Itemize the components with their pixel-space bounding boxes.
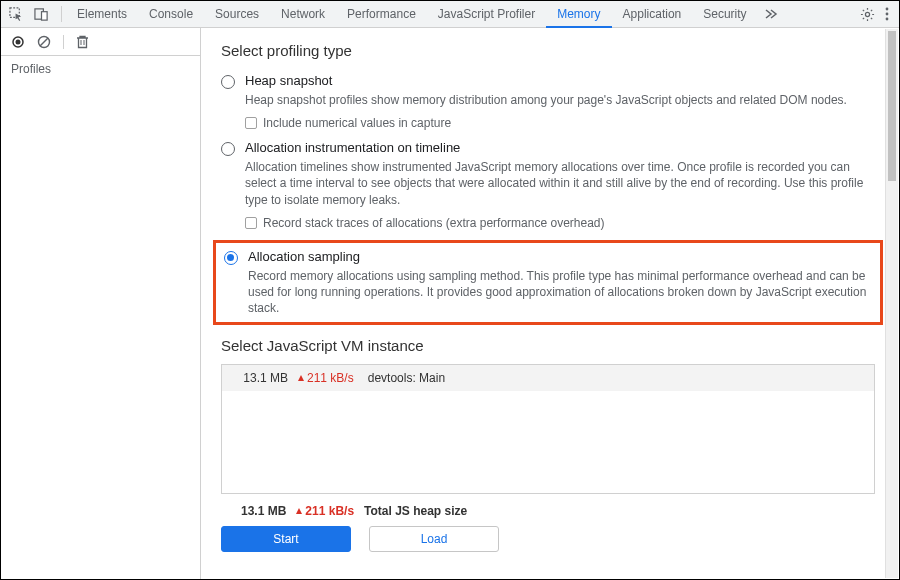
arrow-up-icon xyxy=(296,508,302,514)
profiling-type-title: Select profiling type xyxy=(221,42,875,59)
vm-instance-title: Select JavaScript VM instance xyxy=(221,337,875,354)
tab-memory[interactable]: Memory xyxy=(546,1,611,28)
tab-security[interactable]: Security xyxy=(692,1,757,28)
more-tabs-icon[interactable] xyxy=(758,8,784,20)
option-title: Allocation sampling xyxy=(248,249,872,264)
option-title: Allocation instrumentation on timeline xyxy=(245,140,875,155)
radio-allocation-timeline[interactable] xyxy=(221,142,235,156)
option-allocation-sampling[interactable]: Allocation sampling Record memory alloca… xyxy=(224,249,872,317)
vm-name: devtools: Main xyxy=(368,371,445,385)
arrow-up-icon xyxy=(298,375,304,381)
svg-point-5 xyxy=(886,13,889,16)
start-button[interactable]: Start xyxy=(221,526,351,552)
scrollbar-thumb[interactable] xyxy=(888,31,896,181)
radio-allocation-sampling[interactable] xyxy=(224,251,238,265)
divider xyxy=(61,6,62,22)
option-description: Heap snapshot profiles show memory distr… xyxy=(245,92,875,108)
tab-elements[interactable]: Elements xyxy=(66,1,138,28)
trash-icon[interactable] xyxy=(76,35,89,49)
svg-point-4 xyxy=(886,8,889,11)
svg-line-10 xyxy=(40,38,48,46)
divider xyxy=(63,35,64,49)
total-heap-label: Total JS heap size xyxy=(364,504,467,518)
svg-point-3 xyxy=(865,12,869,16)
scrollbar[interactable] xyxy=(885,29,898,578)
devtools-tab-bar: Elements Console Sources Network Perform… xyxy=(1,1,899,28)
sidebar-section-profiles[interactable]: Profiles xyxy=(1,56,200,82)
option-heap-snapshot[interactable]: Heap snapshot Heap snapshot profiles sho… xyxy=(221,69,875,136)
record-icon[interactable] xyxy=(11,35,25,49)
vm-instance-list: 13.1 MB 211 kB/s devtools: Main xyxy=(221,364,875,494)
clear-icon[interactable] xyxy=(37,35,51,49)
checkbox-label: Record stack traces of allocations (extr… xyxy=(263,216,605,230)
gear-icon[interactable] xyxy=(860,7,875,22)
tab-sources[interactable]: Sources xyxy=(204,1,270,28)
radio-heap-snapshot[interactable] xyxy=(221,75,235,89)
kebab-menu-icon[interactable] xyxy=(885,7,889,21)
svg-rect-2 xyxy=(42,11,48,19)
profiles-sidebar: Profiles xyxy=(1,28,201,579)
tab-application[interactable]: Application xyxy=(612,1,693,28)
vm-instance-row[interactable]: 13.1 MB 211 kB/s devtools: Main xyxy=(222,365,874,391)
option-description: Record memory allocations using sampling… xyxy=(248,268,872,317)
vm-size: 13.1 MB xyxy=(232,371,288,385)
option-title: Heap snapshot xyxy=(245,73,875,88)
tab-performance[interactable]: Performance xyxy=(336,1,427,28)
option-description: Allocation timelines show instrumented J… xyxy=(245,159,875,208)
svg-point-6 xyxy=(886,18,889,21)
device-toolbar-icon[interactable] xyxy=(34,7,49,22)
tab-network[interactable]: Network xyxy=(270,1,336,28)
total-size: 13.1 MB xyxy=(241,504,286,518)
checkbox-include-numerical[interactable] xyxy=(245,117,257,129)
checkbox-record-stack-traces[interactable] xyxy=(245,217,257,229)
total-heap-stats: 13.1 MB 211 kB/s Total JS heap size xyxy=(221,494,875,526)
memory-panel-main: Select profiling type Heap snapshot Heap… xyxy=(201,28,899,579)
total-rate: 211 kB/s xyxy=(296,504,354,518)
option-allocation-timeline[interactable]: Allocation instrumentation on timeline A… xyxy=(221,136,875,236)
inspect-element-icon[interactable] xyxy=(9,7,24,22)
vm-rate: 211 kB/s xyxy=(298,371,354,385)
tab-console[interactable]: Console xyxy=(138,1,204,28)
checkbox-label: Include numerical values in capture xyxy=(263,116,451,130)
load-button[interactable]: Load xyxy=(369,526,499,552)
highlighted-option: Allocation sampling Record memory alloca… xyxy=(213,240,883,326)
tab-javascript-profiler[interactable]: JavaScript Profiler xyxy=(427,1,546,28)
svg-point-8 xyxy=(16,39,21,44)
